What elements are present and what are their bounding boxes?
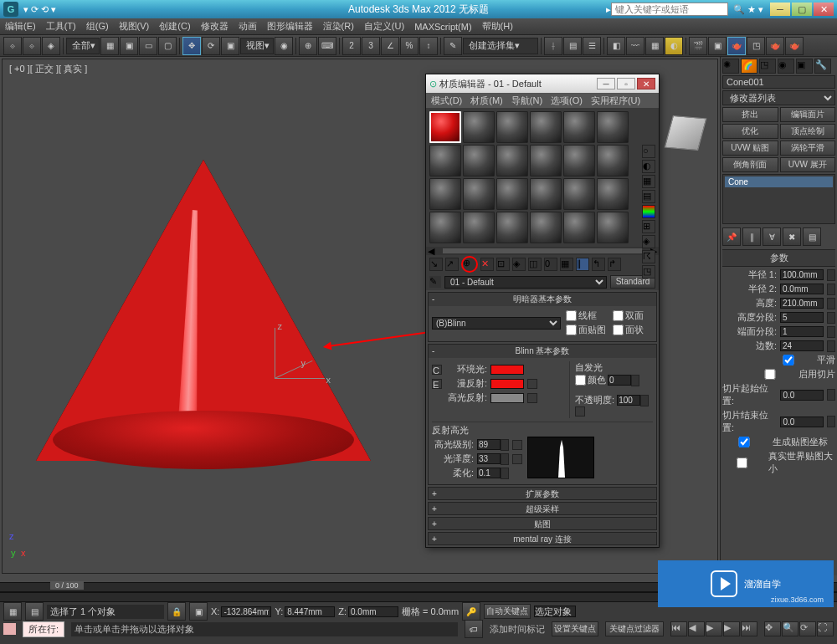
options-icon[interactable]: ◈ [642, 235, 655, 248]
object-name-input[interactable] [722, 75, 835, 89]
snap-percent-icon[interactable]: % [400, 37, 418, 55]
blinn-rollout-header[interactable]: Blinn 基本参数 [429, 345, 656, 358]
edit-selset-icon[interactable]: ✎ [444, 37, 462, 55]
dialog-close-button[interactable]: ✕ [637, 78, 655, 89]
spinner-icon[interactable] [827, 269, 835, 281]
select-name-icon[interactable]: ▣ [120, 37, 138, 55]
supersample-rollout[interactable]: 超级采样 [428, 502, 657, 515]
gloss-input[interactable] [477, 453, 501, 464]
btn-optimize[interactable]: 优化 [722, 124, 778, 139]
select-icon[interactable]: ▦ [100, 37, 119, 55]
wire-checkbox[interactable] [566, 310, 577, 321]
keyfilter-label[interactable]: 关键点过滤器 [605, 621, 664, 636]
snap-angle-icon[interactable]: ∠ [381, 37, 399, 55]
sample-uv-icon[interactable]: ▤ [642, 190, 655, 203]
z-coord-input[interactable] [348, 606, 398, 617]
sample-scrollbar[interactable]: ◀▶ [426, 247, 659, 255]
sample-type-icon[interactable]: ○ [642, 145, 655, 158]
dlg-menu-material[interactable]: 材质(M) [470, 95, 503, 107]
dlg-menu-mode[interactable]: 模式(D) [431, 95, 462, 107]
menu-maxscript[interactable]: MAXScript(M) [414, 22, 471, 32]
menu-graph[interactable]: 图形编辑器 [267, 20, 313, 33]
show-end-result-icon[interactable]: ∥ [576, 258, 589, 271]
maps-rollout[interactable]: 贴图 [428, 517, 657, 530]
pivot-icon[interactable]: ◉ [275, 37, 293, 55]
menu-render[interactable]: 渲染(R) [323, 20, 354, 33]
make-copy-icon[interactable]: ⊡ [496, 258, 510, 271]
btn-uvwmap[interactable]: UVW 贴图 [722, 141, 778, 156]
get-material-icon[interactable]: ↘ [429, 258, 443, 271]
keyboard-icon[interactable]: ⌨ [318, 37, 336, 55]
select-move-icon[interactable]: ✥ [182, 37, 201, 55]
put-to-scene-icon[interactable]: ↗ [445, 258, 459, 271]
dlg-menu-options[interactable]: 选项(O) [551, 95, 583, 107]
make-unique-icon[interactable]: ∀ [763, 227, 781, 246]
menu-group[interactable]: 组(G) [86, 20, 109, 33]
genmap-checkbox[interactable] [722, 437, 766, 447]
ambient-swatch[interactable] [490, 365, 524, 375]
layer-icon[interactable]: ☰ [583, 37, 601, 55]
selfillum-color-checkbox[interactable] [575, 375, 586, 386]
cseg-input[interactable] [780, 326, 824, 337]
nav-max-icon[interactable]: ⛶ [817, 621, 834, 636]
dlg-menu-nav[interactable]: 导航(N) [511, 95, 542, 107]
go-sibling-icon[interactable]: ↱ [608, 258, 621, 271]
quick-render-icon[interactable]: 🫖 [766, 37, 784, 55]
menu-create[interactable]: 创建(C) [159, 20, 190, 33]
menu-tools[interactable]: 工具(T) [46, 20, 76, 33]
reset-map-icon[interactable]: ✕ [480, 258, 494, 271]
put-to-lib-icon[interactable]: ◫ [528, 258, 542, 271]
prev-frame-icon[interactable]: ◀ [688, 621, 705, 636]
diffuse-swatch[interactable] [490, 379, 524, 389]
hseg-input[interactable] [780, 312, 824, 323]
render-preset-icon[interactable]: 🫖 [785, 37, 804, 55]
nav-orbit-icon[interactable]: ⟳ [799, 621, 816, 636]
smooth-checkbox[interactable] [767, 355, 810, 365]
facemap-checkbox[interactable] [566, 325, 577, 335]
link-icon[interactable]: ⟐ [3, 37, 22, 55]
lock-selection-icon[interactable]: 🔒 [167, 602, 186, 621]
show-result-icon[interactable]: ∥ [742, 227, 761, 246]
render-frame-icon[interactable]: ▣ [708, 37, 727, 55]
align-icon[interactable]: ▤ [563, 37, 582, 55]
radius1-input[interactable] [780, 269, 824, 280]
select-by-mat-icon[interactable]: ☈ [642, 250, 655, 263]
selfillum-input[interactable] [608, 375, 631, 386]
named-selset-combo[interactable]: 创建选择集 ▾ [463, 38, 538, 54]
video-color-icon[interactable] [642, 205, 655, 218]
material-editor-icon[interactable]: ◐ [665, 37, 683, 55]
snap-2d-icon[interactable]: 2 [342, 37, 361, 55]
material-slot-1[interactable] [429, 111, 461, 143]
material-slot[interactable] [463, 111, 495, 143]
listener-button[interactable]: 所在行: [23, 621, 64, 637]
snap-3d-icon[interactable]: 3 [362, 37, 380, 55]
autokey-button[interactable]: 自动关键点 [484, 604, 531, 619]
tab-hierarchy-icon[interactable]: ◳ [759, 59, 776, 74]
btn-uvwunwrap[interactable]: UVW 展开 [780, 157, 836, 172]
nav-zoom-icon[interactable]: 🔍 [782, 621, 798, 636]
material-name-combo[interactable]: 01 - Default [444, 276, 607, 289]
slice-from-input[interactable] [780, 390, 824, 401]
goto-start-icon[interactable]: ⏮ [670, 621, 687, 636]
btn-extrude[interactable]: 挤出 [722, 107, 778, 122]
realworld-checkbox[interactable] [722, 457, 762, 468]
twosided-checkbox[interactable] [613, 310, 624, 321]
bind-icon[interactable]: ◈ [42, 37, 60, 55]
pin-stack-icon[interactable]: 📌 [722, 227, 741, 246]
window-minimize-button[interactable]: ─ [770, 3, 790, 16]
menu-help[interactable]: 帮助(H) [482, 20, 513, 33]
window-maximize-button[interactable]: ▢ [792, 3, 812, 16]
go-parent-icon[interactable]: ↰ [592, 258, 605, 271]
key-mode-icon[interactable]: 🔑 [462, 602, 480, 621]
make-unique-mat-icon[interactable]: ◈ [512, 258, 526, 271]
tab-display-icon[interactable]: ▣ [796, 59, 813, 74]
ext-params-rollout[interactable]: 扩展参数 [428, 487, 657, 500]
slice-checkbox[interactable] [748, 369, 792, 380]
spec-level-input[interactable] [477, 439, 501, 450]
specular-swatch[interactable] [490, 393, 524, 403]
viewport-label[interactable]: [ +0 ][ 正交 ][ 真实 ] [9, 63, 87, 75]
select-region-icon[interactable]: ▭ [139, 37, 157, 55]
dlg-menu-utils[interactable]: 实用程序(U) [591, 95, 640, 107]
btn-editpatch[interactable]: 编辑面片 [780, 107, 836, 122]
schematic-icon[interactable]: ▦ [645, 37, 664, 55]
